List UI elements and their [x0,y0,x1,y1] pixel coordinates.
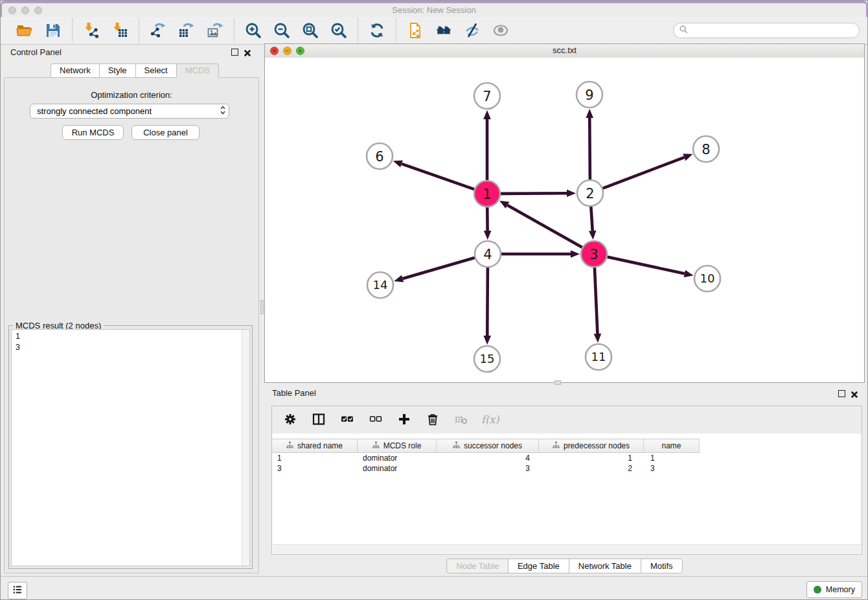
graph-edge-2-9[interactable] [589,118,590,179]
graph-edge-3-11[interactable] [595,268,597,334]
network-minimize-button[interactable]: − [283,47,291,55]
close-panel-icon[interactable] [244,48,251,56]
column-header-successor-nodes[interactable]: successor nodes [437,439,539,452]
tab-network[interactable]: Network [51,63,99,78]
graph-node-2[interactable]: 2 [577,180,603,206]
open-network-file-button[interactable] [406,21,424,40]
table-cell[interactable]: 3 [644,463,700,474]
table-settings-gear-button[interactable] [282,412,298,428]
column-header-shared-name[interactable]: shared name [272,439,358,452]
graph-node-11[interactable]: 11 [586,344,611,370]
graph-node-1[interactable]: 1 [474,181,500,207]
table-cell[interactable]: 1 [539,453,644,463]
criterion-dropdown[interactable]: strongly connected component [30,104,229,119]
import-network-button[interactable] [82,21,100,40]
tab-edge-table[interactable]: Edge Table [508,559,569,573]
graph-node-14[interactable]: 14 [367,272,393,298]
table-panel: Table Panel f(x) shared nameMCDS rolesuc… [264,386,865,575]
table-cell[interactable]: 3 [272,463,358,474]
memory-button[interactable]: Memory [806,581,862,598]
export-network-button[interactable] [149,21,167,40]
graph-node-6[interactable]: 6 [367,143,393,169]
zoom-out-button[interactable] [273,21,291,40]
graph-node-4[interactable]: 4 [475,241,501,267]
table-cell[interactable]: 4 [437,453,539,463]
import-table-icon [111,22,128,39]
float-panel-icon[interactable] [231,49,238,56]
open-session-button[interactable] [16,21,34,40]
graph-edge-arrow-2-8 [683,154,692,161]
tab-motifs[interactable]: Motifs [641,559,683,573]
refresh-view-button[interactable] [368,21,386,40]
graph-edge-3-1[interactable] [507,205,582,248]
zoom-window-button[interactable] [34,6,42,14]
search-input[interactable] [691,25,854,36]
vertical-splitter-grip[interactable] [260,300,264,314]
column-label: MCDS role [383,441,422,450]
table-cell[interactable]: 3 [437,463,539,474]
save-session-button[interactable] [44,21,62,40]
export-image-button[interactable] [206,21,224,40]
zoom-fit-button[interactable] [301,21,319,40]
zoom-in-button[interactable] [244,21,262,40]
table-cell[interactable]: dominator [358,453,437,463]
graph-edge-2-8[interactable] [603,157,685,189]
table-cell[interactable]: 1 [644,453,700,463]
zoom-selected-button[interactable] [330,21,348,40]
tab-network-table[interactable]: Network Table [569,559,641,573]
tab-select[interactable]: Select [135,63,176,78]
zoom-out-icon [273,22,290,39]
close-table-panel-icon[interactable] [851,389,858,397]
task-history-button[interactable] [8,582,27,599]
horizontal-splitter-grip[interactable] [554,380,561,385]
column-header-name[interactable]: name [644,439,700,452]
delete-column-button[interactable] [425,412,440,428]
split-panel-button[interactable] [311,412,326,428]
graph-edge-4-15[interactable] [487,268,488,336]
network-window-titlebar[interactable]: × − + scc.txt [265,44,864,58]
graph-node-7[interactable]: 7 [474,83,500,109]
deselect-all-rows-button[interactable] [368,412,383,428]
run-mcds-button[interactable]: Run MCDS [62,125,124,140]
import-table-button[interactable] [111,21,129,40]
graph-edge-1-2[interactable] [501,193,567,194]
add-column-button[interactable] [396,412,412,428]
table-cell[interactable]: 1 [272,453,358,463]
graph-edge-4-14[interactable] [403,258,475,279]
graph-node-15[interactable]: 15 [474,346,500,372]
result-scrollbar[interactable] [242,330,249,566]
svg-text:8: 8 [702,142,710,157]
table-horizontal-scrollbar[interactable] [273,544,861,553]
hide-graphics-details-button[interactable] [463,21,481,40]
attribute-tree-icon [453,441,460,450]
tab-node-table[interactable]: Node Table [446,559,508,573]
column-header-predecessor-nodes[interactable]: predecessor nodes [539,439,644,452]
network-close-button[interactable]: × [270,47,279,55]
node-table-container: f(x) shared nameMCDS rolesuccessor nodes… [271,406,862,555]
tab-mcds[interactable]: MCDS [176,63,219,78]
select-all-rows-button[interactable] [339,412,355,428]
table-cell[interactable]: 2 [539,463,644,474]
graph-edge-3-10[interactable] [608,257,685,273]
network-canvas[interactable]: 7968124314101511 [265,58,864,382]
graph-node-10[interactable]: 10 [694,266,720,292]
column-header-MCDS-role[interactable]: MCDS role [358,439,437,452]
float-table-panel-icon[interactable] [838,390,845,397]
graph-edge-1-6[interactable] [402,164,474,189]
graph-node-9[interactable]: 9 [577,82,602,108]
export-table-button[interactable] [177,21,196,40]
graph-edge-2-3[interactable] [591,207,592,231]
table-row: 1dominator411 [272,453,862,463]
minimize-window-button[interactable] [21,6,29,14]
hide-graphics-details-icon [464,22,481,39]
optimization-criterion-label: Optimization criterion: [5,90,258,100]
close-window-button[interactable] [8,6,16,14]
graph-node-8[interactable]: 8 [693,136,719,162]
tab-style[interactable]: Style [99,63,135,78]
mcds-result-textarea[interactable]: 1 3 [11,329,250,566]
first-neighbors-button[interactable] [435,21,453,40]
graph-node-3[interactable]: 3 [581,241,607,267]
table-cell[interactable]: dominator [358,463,437,474]
close-panel-button[interactable]: Close panel [131,125,200,140]
network-maximize-button[interactable]: + [296,47,304,55]
